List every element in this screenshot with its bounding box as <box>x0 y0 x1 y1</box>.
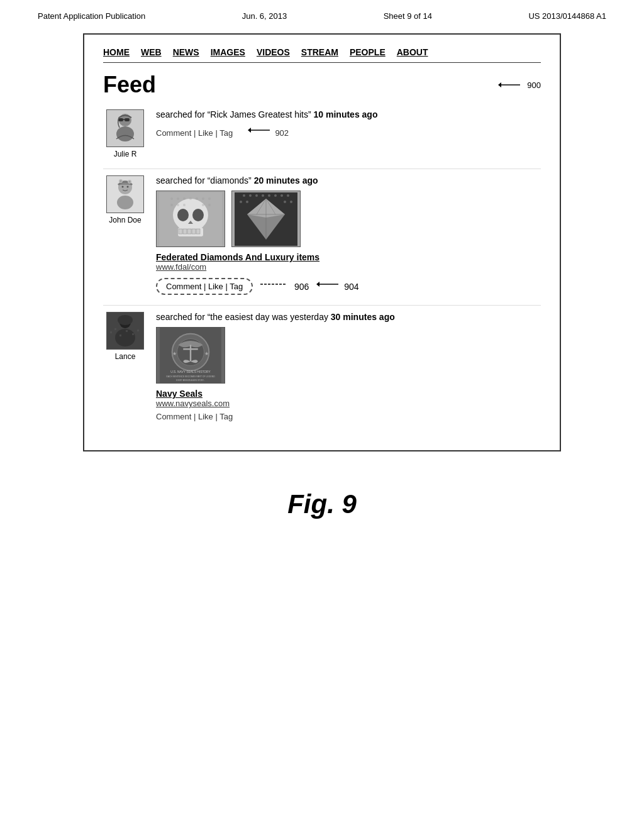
link-title-lance[interactable]: Navy Seals <box>156 389 541 399</box>
user-label-lance: Lance <box>115 352 136 361</box>
nav-stream[interactable]: STREAM <box>301 47 338 57</box>
svg-rect-72 <box>137 329 139 331</box>
entry-content-julie: searched for “Rick James Greatest hits” … <box>156 109 541 158</box>
svg-point-55 <box>287 194 289 197</box>
arrow-906-icon <box>260 279 292 290</box>
arrow-900-icon <box>498 79 523 91</box>
lance-avatar-svg <box>107 313 143 349</box>
thumb-skull <box>156 191 225 247</box>
svg-marker-9 <box>248 128 251 133</box>
action-links-john[interactable]: Comment | Like | Tag <box>166 282 243 291</box>
feed-entry-john: John Doe searched for “diamonds” 20 minu… <box>103 175 541 295</box>
nav-bar: HOME WEB NEWS IMAGES VIDEOS STREAM PEOPL… <box>103 47 541 63</box>
link-title-john[interactable]: Federated Diamonds And Luxury items <box>156 252 541 262</box>
callout-900: 900 <box>498 79 541 91</box>
action-links-lance[interactable]: Comment | Like | Tag <box>156 412 541 421</box>
avatar-julie <box>106 109 144 147</box>
svg-marker-1 <box>498 82 501 87</box>
content-area: HOME WEB NEWS IMAGES VIDEOS STREAM PEOPL… <box>0 27 644 526</box>
svg-point-14 <box>127 186 129 188</box>
svg-point-31 <box>183 197 186 200</box>
avatar-john <box>106 175 144 213</box>
svg-point-40 <box>208 204 211 206</box>
svg-rect-25 <box>183 229 187 234</box>
entry-content-john: searched for “diamonds” 20 minutes ago <box>156 175 541 295</box>
callout-904-arrow: 904 <box>316 279 358 292</box>
svg-rect-26 <box>187 229 191 234</box>
thumb-row-john <box>156 191 541 247</box>
svg-point-33 <box>196 197 198 200</box>
thumb-navy-seals: ★ ★ U.S. NAVY SEALS HISTORY EACH SENTENC… <box>156 327 225 384</box>
callout-902-label: 902 <box>248 128 289 138</box>
svg-point-53 <box>274 194 277 197</box>
svg-text:EACH SENTENCE BECOMES PART OF : EACH SENTENCE BECOMES PART OF LEGEND <box>166 375 215 378</box>
svg-point-54 <box>280 194 283 197</box>
svg-text:EVERY MISSION A NEW STORY...: EVERY MISSION A NEW STORY... <box>176 379 205 382</box>
callout-906-arrow: 906 <box>260 279 309 292</box>
svg-rect-28 <box>196 229 200 234</box>
svg-marker-62 <box>316 282 319 287</box>
nav-videos[interactable]: VIDEOS <box>257 47 290 57</box>
arrow-904-icon <box>316 279 341 290</box>
nav-web[interactable]: WEB <box>141 47 162 57</box>
nav-people[interactable]: PEOPLE <box>350 47 386 57</box>
feed-entry-julie: Julie R searched for “Rick James Greates… <box>103 109 541 158</box>
search-prefix-julie: searched for “Rick James Greatest hits” <box>156 109 314 119</box>
svg-point-48 <box>243 194 245 197</box>
dashed-callout-actions: Comment | Like | Tag <box>156 278 253 295</box>
svg-point-4 <box>116 126 134 141</box>
svg-rect-67 <box>110 331 112 333</box>
svg-point-32 <box>189 197 192 200</box>
svg-point-52 <box>268 194 270 197</box>
svg-point-59 <box>290 201 292 203</box>
svg-point-36 <box>170 204 173 206</box>
patent-header-number: US 2013/0144868 A1 <box>528 11 606 21</box>
john-avatar-svg <box>107 176 143 213</box>
svg-point-22 <box>177 209 189 221</box>
search-text-john: searched for “diamonds” 20 minutes ago <box>156 175 541 185</box>
link-url-lance[interactable]: www.navyseals.com <box>156 399 541 408</box>
feed-entry-lance: Lance searched for “the easiest day was … <box>103 312 541 421</box>
nav-news[interactable]: NEWS <box>173 47 199 57</box>
search-prefix-lance: searched for “the easiest day was yester… <box>156 312 331 322</box>
action-links-julie[interactable]: Comment | Like | Tag 902 <box>156 124 541 138</box>
svg-point-57 <box>246 201 248 203</box>
svg-text:★: ★ <box>204 351 209 357</box>
nav-about[interactable]: ABOUT <box>397 47 428 57</box>
svg-rect-6 <box>125 118 130 121</box>
svg-point-12 <box>117 196 133 209</box>
svg-point-66 <box>118 315 133 325</box>
svg-rect-68 <box>114 328 116 330</box>
svg-point-23 <box>192 209 204 221</box>
svg-rect-69 <box>119 335 121 336</box>
svg-point-37 <box>177 204 179 206</box>
skull-svg <box>159 192 222 246</box>
patent-header-sheet: Sheet 9 of 14 <box>384 11 432 21</box>
entry-content-lance: searched for “the easiest day was yester… <box>156 312 541 421</box>
feed-title-row: Feed 900 <box>103 72 541 98</box>
nav-home[interactable]: HOME <box>103 47 130 57</box>
figure-caption: Fig. 9 <box>50 489 594 519</box>
svg-point-13 <box>122 186 124 188</box>
link-section-john: Federated Diamonds And Luxury items www.… <box>156 252 541 272</box>
svg-text:★: ★ <box>172 351 177 357</box>
svg-point-49 <box>249 194 252 197</box>
svg-text:U.S. NAVY SEALS HISTORY: U.S. NAVY SEALS HISTORY <box>170 370 211 374</box>
svg-point-39 <box>202 204 204 206</box>
avatar-box-john: John Doe <box>103 175 147 295</box>
search-time-john: 20 minutes ago <box>254 175 318 185</box>
svg-point-29 <box>170 197 173 200</box>
nav-images[interactable]: IMAGES <box>211 47 245 57</box>
svg-rect-71 <box>132 333 134 335</box>
search-prefix-john: searched for “diamonds” <box>156 175 254 185</box>
svg-rect-27 <box>192 229 196 234</box>
svg-rect-70 <box>126 330 128 332</box>
link-url-john[interactable]: www.fdal/com <box>156 262 541 272</box>
search-time-julie: 10 minutes ago <box>314 109 378 119</box>
search-time-lance: 30 minutes ago <box>331 312 395 322</box>
svg-point-16 <box>120 180 122 182</box>
link-section-lance: Navy Seals www.navyseals.com <box>156 389 541 408</box>
julie-avatar-svg <box>107 110 143 147</box>
thumb-row-lance: ★ ★ U.S. NAVY SEALS HISTORY EACH SENTENC… <box>156 327 541 384</box>
svg-point-51 <box>262 194 264 197</box>
